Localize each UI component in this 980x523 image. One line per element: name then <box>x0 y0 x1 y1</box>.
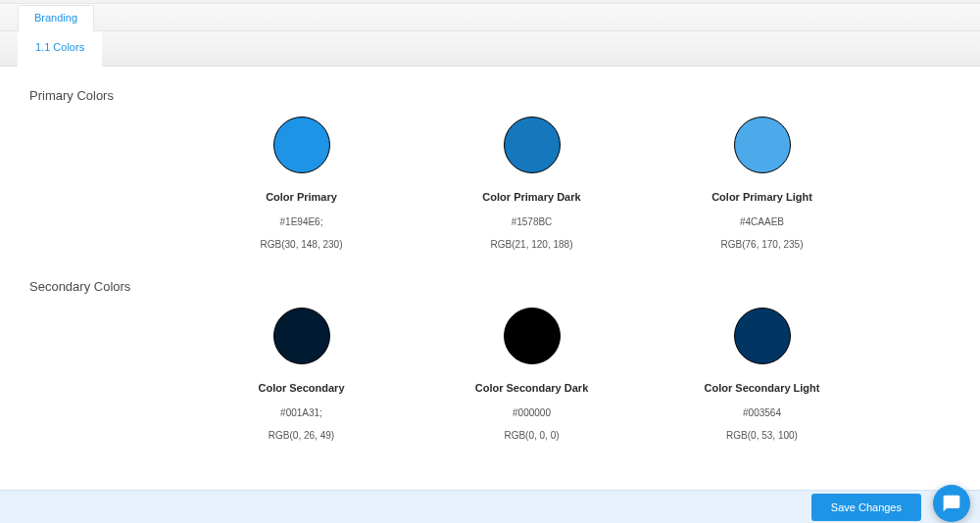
chat-widget[interactable] <box>933 485 970 522</box>
swatch-circle <box>273 308 330 364</box>
swatch-rgb: RGB(30, 148, 230) <box>186 239 416 250</box>
tabs-row-level1: Branding <box>0 4 980 31</box>
swatch-name: Color Primary <box>186 191 416 203</box>
swatch-name: Color Secondary Dark <box>416 382 647 394</box>
swatch-primary-light: Color Primary Light #4CAAEB RGB(76, 170,… <box>647 117 877 262</box>
swatch-secondary-light: Color Secondary Light #003564 RGB(0, 53,… <box>647 308 877 452</box>
swatch-rgb: RGB(76, 170, 235) <box>647 239 877 250</box>
chat-icon <box>942 494 961 513</box>
swatch-primary-dark: Color Primary Dark #1578BC RGB(21, 120, … <box>416 117 647 262</box>
swatch-rgb: RGB(0, 26, 49) <box>186 430 416 441</box>
swatch-name: Color Primary Light <box>647 191 877 203</box>
footer-bar: Save Changes <box>0 490 980 523</box>
swatch-circle <box>734 117 791 173</box>
tab-branding[interactable]: Branding <box>18 5 94 31</box>
tabs-row-level2: 1.1 Colors <box>0 31 980 67</box>
swatch-rgb: RGB(21, 120, 188) <box>416 239 647 250</box>
swatch-circle <box>273 117 330 173</box>
section-title-secondary: Secondary Colors <box>29 279 951 294</box>
swatch-hex: #4CAAEB <box>647 216 877 227</box>
swatch-primary: Color Primary #1E94E6; RGB(30, 148, 230) <box>186 117 416 262</box>
swatch-hex: #1578BC <box>416 216 647 227</box>
swatch-row-secondary: Color Secondary #001A31; RGB(0, 26, 49) … <box>29 308 951 452</box>
section-title-primary: Primary Colors <box>29 88 951 103</box>
tab-colors[interactable]: 1.1 Colors <box>18 31 102 67</box>
swatch-hex: #003564 <box>647 407 877 418</box>
swatch-circle <box>504 117 561 173</box>
swatch-hex: #001A31; <box>186 407 416 418</box>
swatch-rgb: RGB(0, 0, 0) <box>416 430 647 441</box>
swatch-hex: #000000 <box>416 407 647 418</box>
swatch-rgb: RGB(0, 53, 100) <box>647 430 877 441</box>
swatch-name: Color Secondary <box>186 382 416 394</box>
swatch-circle <box>504 308 561 364</box>
swatch-hex: #1E94E6; <box>186 216 416 227</box>
swatch-row-primary: Color Primary #1E94E6; RGB(30, 148, 230)… <box>29 117 951 262</box>
swatch-name: Color Secondary Light <box>647 382 877 394</box>
main-content: Primary Colors Color Primary #1E94E6; RG… <box>0 67 980 490</box>
swatch-name: Color Primary Dark <box>416 191 647 203</box>
swatch-circle <box>734 308 791 364</box>
swatch-secondary-dark: Color Secondary Dark #000000 RGB(0, 0, 0… <box>416 308 647 452</box>
save-button[interactable]: Save Changes <box>811 494 921 521</box>
swatch-secondary: Color Secondary #001A31; RGB(0, 26, 49) <box>186 308 416 452</box>
